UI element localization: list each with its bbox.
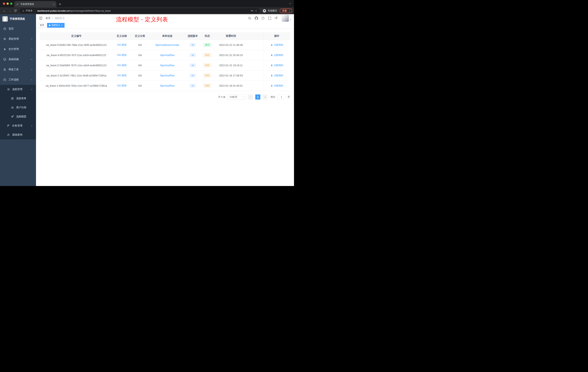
sidebar-item-label: 请假查询 [12,133,22,136]
back-button[interactable]: ← [2,9,7,12]
user-avatar-menu[interactable]: ▾ [282,15,291,22]
avatar [282,15,289,22]
person-icon [271,54,273,56]
table-row: oa_leave:4:991f2193-7b7f-11ec-a3c8-acde4… [40,50,290,60]
sidebar-item-devtools[interactable]: 研发工具 [0,65,36,75]
font-size-icon[interactable]: TT [275,17,278,20]
sidebar-item-infrastructure[interactable]: 基础设施 [0,54,36,65]
prev-page-button[interactable]: ‹ [248,94,253,99]
tab-search-chevron-icon[interactable] [289,2,291,5]
form-link[interactable]: /bpm/oa/flow [160,84,174,87]
column-header: 操作 [263,32,290,40]
briefcase-icon [3,78,6,81]
forward-button[interactable]: → [7,9,12,12]
user-icon [7,133,10,136]
tab-close-icon[interactable]: × [53,3,54,6]
sidebar-item-payment[interactable]: ¥ 支付管理 [0,44,36,54]
definition-name-link[interactable]: OA 请假 [117,74,126,77]
table-row: oa_leave:1:482ec033-762a-11ec-8477-a2380… [40,81,290,91]
page-size-select[interactable]: 10条/页 [228,94,246,99]
definition-name-link[interactable]: OA 请假 [117,54,126,57]
assign-rule-label: 分配规则 [274,84,283,87]
assign-rule-label: 分配规则 [274,54,283,57]
search-icon[interactable] [248,17,251,20]
assign-rule-button[interactable]: 分配规则 [271,43,283,47]
sidebar-item-label: 任务管理 [12,124,22,127]
assign-rule-label: 分配规则 [274,64,283,67]
sidebar-item-home[interactable]: 首页 [0,24,36,34]
sidebar-item-user-group[interactable]: 用户分组 [0,103,36,112]
sidebar-item-task-management[interactable]: 任务管理 [0,121,36,130]
page-size-value: 10条/页 [230,95,237,99]
breadcrumb-home[interactable]: 首页 [45,17,51,20]
cell-category: OA [131,60,149,70]
column-header: 状态 [200,32,215,40]
goto-page-input[interactable] [277,95,285,99]
definition-name-link[interactable]: OA 请假 [117,43,126,47]
gear-icon [3,37,6,40]
definition-name-link[interactable]: OA 请假 [117,84,126,87]
column-header: 表单信息 [149,32,185,40]
chevron-up-icon [31,88,33,90]
cell-deploy-time: 2022-01-22 19:19:11 [215,60,247,70]
sidebar-item-process-management[interactable]: 流程管理 [0,85,36,94]
bookmark-star-icon[interactable]: ☆ [255,9,257,12]
tag-process-definition[interactable]: 流程定义 × [47,23,64,28]
tag-home[interactable]: 首页 [38,23,46,28]
definition-name-link[interactable]: OA 请假 [117,64,126,67]
column-header: 部署时间 [215,32,247,40]
cell-definition-id: oa_leave:4:991f2193-7b7f-11ec-a3c8-acde4… [40,50,113,60]
sidebar-item-label: 流程表单 [16,97,26,100]
fullscreen-icon[interactable] [268,17,271,20]
sidebar-item-label: 研发工具 [9,68,19,71]
assign-rule-button[interactable]: 分配规则 [271,64,283,67]
browser-tab-strip: 芋道管理系统 × + [0,0,294,7]
chevron-down-icon [31,125,33,127]
cell-category: OA [131,40,149,50]
window-zoom-button[interactable] [10,2,12,5]
tag-close-icon[interactable]: × [61,24,63,26]
goto-label: 前往 [271,95,275,99]
sidebar-toggle-icon[interactable] [39,16,42,20]
form-link[interactable]: /bpm/oa/leave/create [156,44,179,46]
status-badge: 激活 [203,43,211,47]
sidebar-item-label: 系统管理 [9,37,19,41]
menu-kebab-icon[interactable]: ⋮ [288,9,291,12]
form-link[interactable]: /bpm/oa/flow [160,64,174,67]
new-tab-button[interactable]: + [59,2,61,6]
caret-down-icon: ▾ [290,19,291,21]
sidebar: 芋道管理系统 首页 系统管理 ¥ 支付管理 基础设施 [0,14,36,186]
browser-toolbar: ← → ⚠ 不安全 dashboard.yudao.iocoder.cn/bpm… [0,7,294,14]
sidebar-item-process-form[interactable]: 流程表单 [0,94,36,103]
sidebar-item-leave-query[interactable]: 请假查询 [0,130,36,139]
table-row: oa_leave:2:3c1f0ef1-76b1-11ec-9c66-a2380… [40,70,290,81]
browser-tab[interactable]: 芋道管理系统 × [14,1,56,7]
help-icon[interactable]: ? [262,17,264,20]
window-minimize-button[interactable] [7,2,9,5]
next-page-button[interactable]: › [262,94,268,99]
list-icon [7,88,10,91]
cell-definition-id: oa_leave:3:1fad3d93-7b75-11ec-a3c8-acde4… [40,60,113,70]
address-bar[interactable]: ⚠ 不安全 dashboard.yudao.iocoder.cn/bpm/man… [20,8,260,13]
security-warning-icon[interactable]: ⚠ [22,10,24,12]
assign-rule-button[interactable]: 分配规则 [271,74,283,77]
screen: 芋道管理系统 × + ← → ⚠ 不安全 dashboard.yudao.ioc… [0,0,294,186]
assign-rule-button[interactable]: 分配规则 [271,84,283,87]
password-key-icon[interactable] [251,9,254,12]
assign-rule-button[interactable]: 分配规则 [271,54,283,57]
sidebar-item-workflow[interactable]: 工作流程 [0,75,36,85]
app-logo[interactable]: 芋道管理系统 [0,14,36,24]
update-button[interactable]: 更新 ⋮ [280,8,292,13]
sidebar-item-process-model[interactable]: 流程模型 [0,112,36,121]
breadcrumb-separator: / [52,17,53,20]
form-link[interactable]: /bpm/oa/flow [160,74,174,77]
github-icon[interactable] [255,17,258,20]
page-number-button[interactable]: 1 [255,94,260,99]
status-badge: 挂起 [203,84,211,88]
form-link[interactable]: /bpm/oa/flow [160,54,174,57]
window-close-button[interactable] [3,2,5,5]
users-icon [11,106,14,109]
sidebar-item-system[interactable]: 系统管理 [0,34,36,44]
reload-button[interactable] [13,9,18,12]
chevron-down-icon [31,58,33,60]
